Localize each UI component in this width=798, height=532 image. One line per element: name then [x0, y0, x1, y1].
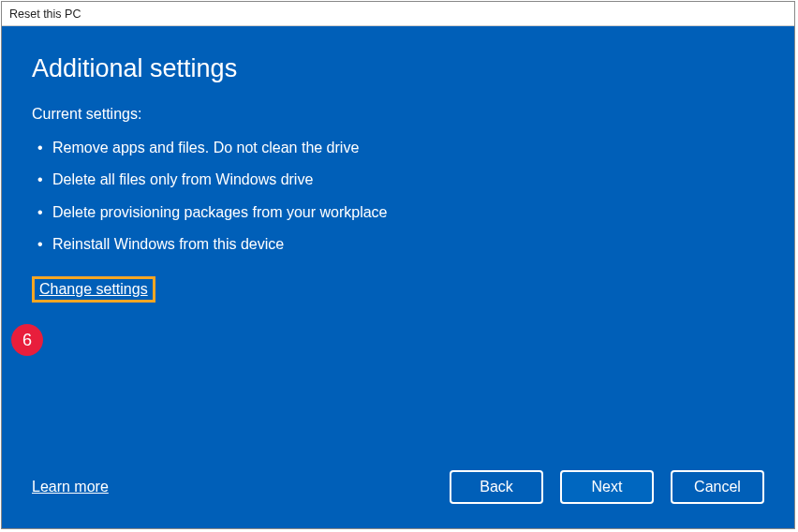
next-button[interactable]: Next	[560, 470, 654, 504]
learn-more-link[interactable]: Learn more	[32, 479, 109, 495]
page-heading: Additional settings	[32, 54, 764, 83]
reset-pc-dialog: Reset this PC Additional settings Curren…	[1, 1, 795, 529]
dialog-content: Additional settings Current settings: Re…	[2, 26, 794, 528]
list-item: Remove apps and files. Do not clean the …	[32, 132, 764, 164]
current-settings-label: Current settings:	[32, 106, 764, 123]
change-settings-link[interactable]: Change settings	[39, 281, 148, 297]
dialog-footer: Learn more Back Next Cancel	[32, 470, 764, 510]
list-item: Reinstall Windows from this device	[32, 229, 764, 260]
change-settings-highlight: Change settings	[32, 273, 764, 303]
list-item: Delete all files only from Windows drive	[32, 164, 764, 196]
button-row: Back Next Cancel	[450, 470, 764, 504]
window-title: Reset this PC	[9, 7, 81, 21]
cancel-button[interactable]: Cancel	[671, 470, 764, 504]
titlebar: Reset this PC	[2, 2, 794, 26]
back-button[interactable]: Back	[450, 470, 543, 504]
settings-list: Remove apps and files. Do not clean the …	[32, 132, 764, 261]
list-item: Delete provisioning packages from your w…	[32, 197, 764, 229]
annotation-step-badge: 6	[11, 324, 43, 356]
highlight-box: Change settings	[32, 276, 155, 303]
